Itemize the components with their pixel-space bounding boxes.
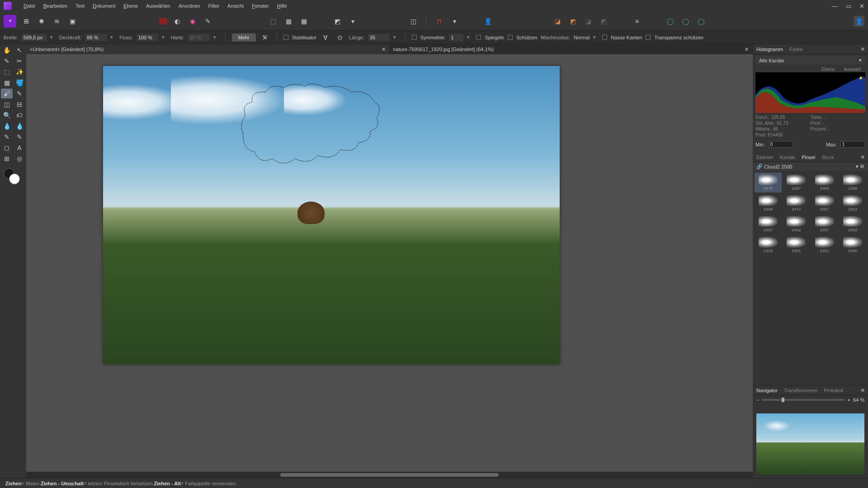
stock1-icon[interactable]: ◯ bbox=[665, 16, 676, 27]
brush-tool-icon[interactable]: 🖌 bbox=[1, 89, 13, 99]
panel-menu-icon[interactable]: ≡ bbox=[861, 387, 864, 394]
menu-ansicht[interactable]: Ansicht bbox=[227, 3, 244, 9]
transparenz-checkbox[interactable] bbox=[646, 35, 651, 40]
view-tool-icon[interactable]: ✎ bbox=[1, 56, 13, 66]
blur-tool-icon[interactable]: 💧 bbox=[14, 121, 25, 131]
brush-preset[interactable]: 2490 bbox=[839, 235, 866, 255]
menu-dokument[interactable]: Dokument bbox=[93, 3, 115, 9]
front-color-swatch[interactable] bbox=[9, 174, 20, 184]
tab-farbe[interactable]: Farbe bbox=[789, 47, 802, 52]
minimize-icon[interactable]: — bbox=[832, 3, 838, 9]
liquify-persona-icon[interactable]: 𝌆 bbox=[21, 16, 32, 27]
tone-persona-icon[interactable]: ≋ bbox=[52, 16, 62, 27]
brush-preset[interactable]: 2498 bbox=[755, 193, 782, 213]
quick-mask-dd-icon[interactable]: ▾ bbox=[347, 16, 358, 27]
tab-kanaele[interactable]: Kanäle bbox=[780, 155, 795, 160]
close-icon[interactable]: ✕ bbox=[859, 3, 864, 9]
brush-preset[interactable]: 1386 bbox=[839, 173, 866, 192]
pen-brush-tool-icon[interactable]: ✎ bbox=[14, 89, 25, 99]
brush-preset[interactable]: 2497 bbox=[783, 173, 810, 192]
stock2-icon[interactable]: ◯ bbox=[680, 16, 691, 27]
move-tool-icon[interactable]: ↖ bbox=[14, 45, 25, 55]
symmetrie-dd-icon[interactable]: ▾ bbox=[467, 34, 472, 40]
account-icon[interactable]: 👤 bbox=[854, 16, 864, 27]
breite-input[interactable] bbox=[22, 34, 47, 41]
tab-unbenannt[interactable]: <Unbenannt> [Geändert] (70,8%) ✕ bbox=[26, 44, 390, 54]
brush-preset[interactable]: 2497 bbox=[811, 214, 838, 234]
dodge-tool-icon[interactable]: ✎ bbox=[1, 132, 13, 142]
menu-text[interactable]: Text bbox=[75, 3, 85, 9]
selection-mode2-icon[interactable]: ▦ bbox=[283, 16, 294, 27]
h-scrollbar[interactable] bbox=[26, 472, 753, 478]
document-canvas[interactable] bbox=[103, 66, 560, 364]
arrange2-icon[interactable]: ◩ bbox=[567, 16, 578, 27]
tab-ebenen[interactable]: Ebenen bbox=[756, 155, 774, 160]
tab-transformieren[interactable]: Transformieren bbox=[784, 388, 817, 393]
color-swatches[interactable] bbox=[4, 168, 22, 185]
crop-tool-icon[interactable]: ◫ bbox=[408, 16, 419, 27]
menu-bearbeiten[interactable]: Bearbeiten bbox=[43, 3, 67, 9]
stock3-icon[interactable]: ◯ bbox=[696, 16, 707, 27]
rope-icon[interactable]: Ɐ bbox=[320, 32, 331, 43]
pressure-icon[interactable]: ✎̸ bbox=[259, 32, 270, 43]
marquee-tool-icon[interactable]: ⬚ bbox=[1, 67, 13, 77]
align-icon[interactable]: ≡ bbox=[632, 16, 642, 27]
tab-close-icon[interactable]: ✕ bbox=[745, 47, 749, 52]
symmetrie-input[interactable] bbox=[449, 34, 463, 41]
develop-persona-icon[interactable]: ✺ bbox=[36, 16, 47, 27]
auswahl-label[interactable]: Auswahl bbox=[844, 67, 861, 72]
photo-persona-icon[interactable]: ✦ bbox=[4, 15, 16, 28]
menu-datei[interactable]: Datei bbox=[24, 3, 35, 9]
channel-select[interactable]: Alle Kanäle▾ bbox=[755, 56, 865, 65]
min-input[interactable] bbox=[769, 141, 793, 148]
menu-ebene[interactable]: Ebene bbox=[123, 3, 138, 9]
zoom-out-icon[interactable]: − bbox=[756, 397, 759, 403]
brush-preset[interactable]: 2492 bbox=[783, 214, 810, 234]
brush-preset[interactable]: 1329 bbox=[755, 235, 782, 255]
zoom-tool-icon[interactable]: 🔍 bbox=[1, 110, 13, 120]
brush-preset[interactable]: 2491 bbox=[811, 235, 838, 255]
fluss-dd-icon[interactable]: ▾ bbox=[162, 34, 167, 40]
fluss-input[interactable] bbox=[137, 34, 158, 41]
panel-menu-icon[interactable]: ≡ bbox=[861, 154, 864, 160]
mehr-button[interactable]: Mehr bbox=[232, 33, 256, 42]
misch-value[interactable]: Normal bbox=[574, 35, 590, 40]
maximize-icon[interactable]: ▭ bbox=[846, 3, 851, 9]
brush-preset[interactable]: 2476 bbox=[755, 173, 782, 192]
quick-mask-icon[interactable]: ◩ bbox=[332, 16, 343, 27]
brush-category-select[interactable]: 🔗 Cloud2 2500▾ ⚙ bbox=[753, 162, 868, 171]
tab-histogramm[interactable]: Histogramm bbox=[756, 47, 783, 52]
zoom-slider[interactable] bbox=[762, 399, 844, 401]
spiegeln-checkbox[interactable] bbox=[476, 35, 481, 40]
swatch1-icon[interactable]: ◐ bbox=[172, 16, 183, 27]
deckkraft-input[interactable] bbox=[85, 34, 107, 41]
menu-auswaehlen[interactable]: Auswählen bbox=[146, 3, 170, 9]
brush-preset[interactable]: 2497 bbox=[811, 193, 838, 213]
tab-nature[interactable]: nature-7595617_1920.jpg [Geändert] (64,1… bbox=[390, 44, 753, 54]
selection-mode3-icon[interactable]: ▩ bbox=[298, 16, 309, 27]
eraser-tool-icon[interactable]: ◫ bbox=[1, 99, 13, 109]
navigator-preview[interactable] bbox=[756, 413, 864, 474]
ebene-label[interactable]: Ebene bbox=[821, 67, 835, 72]
schuetzen-checkbox[interactable] bbox=[508, 35, 513, 40]
hand-tool-icon[interactable]: ✋ bbox=[1, 45, 13, 55]
app-icon[interactable] bbox=[4, 2, 12, 10]
menu-anordnen[interactable]: Anordnen bbox=[179, 3, 200, 9]
misch-dd-icon[interactable]: ▾ bbox=[593, 34, 599, 40]
zoom-in-icon[interactable]: + bbox=[847, 397, 850, 403]
tab-protokoll[interactable]: Protokoll bbox=[824, 388, 843, 393]
menu-fenster[interactable]: Fenster bbox=[252, 3, 269, 9]
laenge-input[interactable] bbox=[368, 34, 390, 41]
brush-preset[interactable]: 2472 bbox=[783, 193, 810, 213]
canvas-area[interactable] bbox=[26, 54, 753, 472]
tab-stock[interactable]: Stock bbox=[821, 155, 834, 160]
mesh-tool-icon[interactable]: ⊞ bbox=[1, 154, 13, 164]
tab-navigator[interactable]: Navigator bbox=[756, 388, 778, 393]
brush-preset[interactable]: 2497 bbox=[755, 214, 782, 234]
nasse-checkbox[interactable] bbox=[602, 35, 607, 40]
assistant-icon[interactable]: 👤 bbox=[482, 16, 493, 27]
picker-icon[interactable]: ✎ bbox=[203, 16, 213, 27]
deckkraft-dd-icon[interactable]: ▾ bbox=[110, 34, 116, 40]
bucket-tool-icon[interactable]: 🪣 bbox=[14, 78, 25, 88]
swatch2-icon[interactable]: ◉ bbox=[187, 16, 198, 27]
